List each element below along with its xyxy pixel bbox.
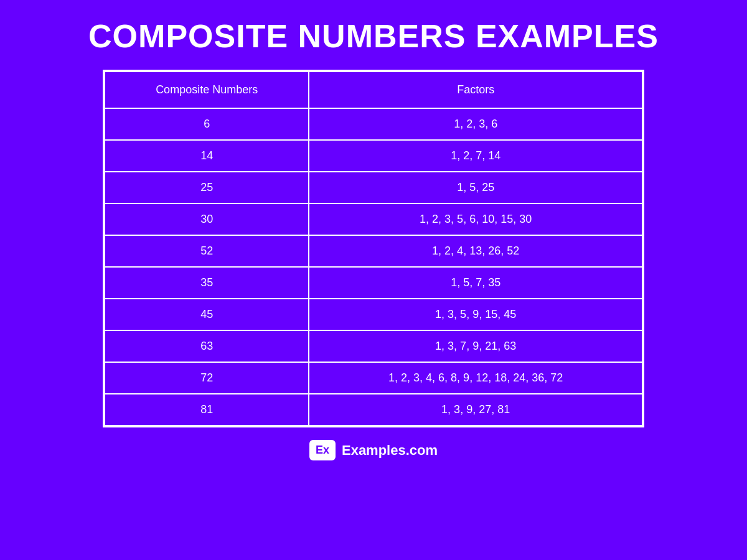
table-row: 811, 3, 9, 27, 81	[105, 394, 642, 426]
footer-logo: Ex	[309, 440, 336, 460]
cell-factors: 1, 3, 5, 9, 15, 45	[309, 299, 642, 330]
page-title: COMPOSITE NUMBERS EXAMPLES	[88, 17, 659, 55]
cell-factors: 1, 3, 9, 27, 81	[309, 394, 642, 426]
table-container: Composite Numbers Factors 61, 2, 3, 6141…	[103, 70, 644, 427]
cell-factors: 1, 2, 3, 4, 6, 8, 9, 12, 18, 24, 36, 72	[309, 362, 642, 394]
table-row: 301, 2, 3, 5, 6, 10, 15, 30	[105, 203, 642, 235]
cell-number: 14	[105, 140, 309, 172]
footer: Ex Examples.com	[309, 440, 438, 460]
cell-number: 35	[105, 267, 309, 299]
footer-site-name: Examples.com	[342, 442, 438, 459]
table-row: 631, 3, 7, 9, 21, 63	[105, 330, 642, 362]
cell-factors: 1, 3, 7, 9, 21, 63	[309, 330, 642, 362]
cell-factors: 1, 5, 7, 35	[309, 267, 642, 299]
cell-factors: 1, 2, 3, 6	[309, 108, 642, 140]
cell-number: 45	[105, 299, 309, 330]
cell-number: 72	[105, 362, 309, 394]
cell-number: 81	[105, 394, 309, 426]
column-header-factors: Factors	[309, 72, 642, 108]
table-row: 141, 2, 7, 14	[105, 140, 642, 172]
table-row: 351, 5, 7, 35	[105, 267, 642, 299]
cell-number: 63	[105, 330, 309, 362]
table-header-row: Composite Numbers Factors	[105, 72, 642, 108]
table-row: 451, 3, 5, 9, 15, 45	[105, 299, 642, 330]
cell-factors: 1, 2, 3, 5, 6, 10, 15, 30	[309, 203, 642, 235]
cell-number: 6	[105, 108, 309, 140]
composite-numbers-table: Composite Numbers Factors 61, 2, 3, 6141…	[104, 71, 643, 426]
cell-number: 30	[105, 203, 309, 235]
table-row: 721, 2, 3, 4, 6, 8, 9, 12, 18, 24, 36, 7…	[105, 362, 642, 394]
cell-factors: 1, 2, 4, 13, 26, 52	[309, 235, 642, 267]
table-row: 521, 2, 4, 13, 26, 52	[105, 235, 642, 267]
cell-number: 25	[105, 172, 309, 203]
cell-factors: 1, 5, 25	[309, 172, 642, 203]
cell-factors: 1, 2, 7, 14	[309, 140, 642, 172]
table-row: 61, 2, 3, 6	[105, 108, 642, 140]
cell-number: 52	[105, 235, 309, 267]
table-row: 251, 5, 25	[105, 172, 642, 203]
column-header-number: Composite Numbers	[105, 72, 309, 108]
